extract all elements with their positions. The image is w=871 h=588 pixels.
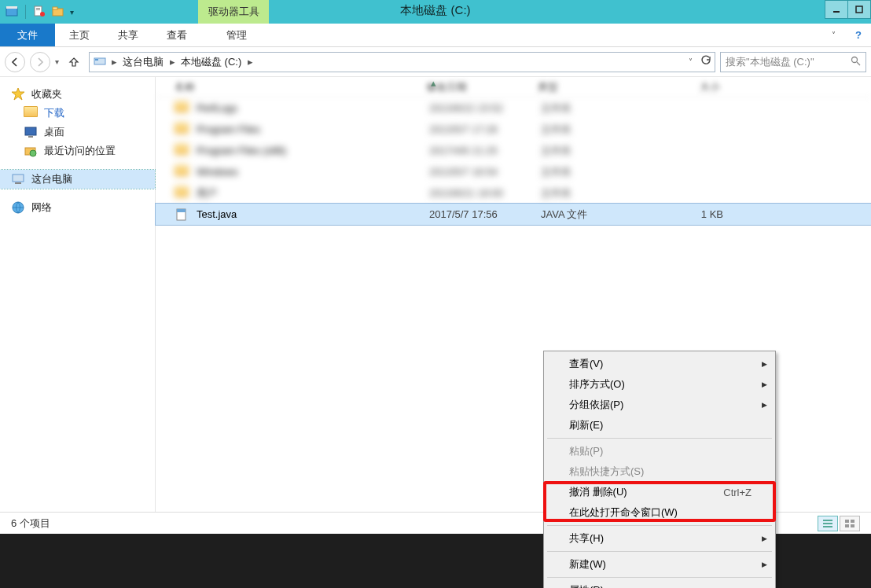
drive-icon bbox=[93, 53, 107, 70]
network-icon bbox=[11, 200, 25, 215]
cm-separator bbox=[547, 438, 772, 439]
back-button[interactable] bbox=[5, 52, 25, 72]
svg-point-5 bbox=[40, 12, 45, 17]
svg-rect-28 bbox=[845, 524, 849, 527]
navigation-row: ▾ ▸ 这台电脑 ▸ 本地磁盘 (C:) ▸ ˅ 搜索"本地磁盘 (C:)" bbox=[0, 47, 871, 77]
col-type[interactable]: 类型 bbox=[538, 80, 657, 94]
svg-point-12 bbox=[852, 57, 858, 62]
svg-rect-22 bbox=[177, 209, 186, 212]
cm-properties[interactable]: 属性(R) bbox=[546, 580, 774, 588]
details-view-button[interactable] bbox=[818, 516, 838, 531]
file-row[interactable]: Windows2013/5/7 16:54文件夹 bbox=[156, 161, 871, 182]
search-icon bbox=[851, 56, 861, 68]
file-row[interactable]: 用户2013/8/21 18:00文件夹 bbox=[156, 182, 871, 204]
minimize-button[interactable] bbox=[825, 0, 848, 19]
file-type: JAVA 文件 bbox=[541, 208, 660, 222]
file-row[interactable]: Program Files2013/5/7 17:28文件夹 bbox=[156, 119, 871, 140]
chevron-right-icon[interactable]: ▸ bbox=[110, 56, 118, 68]
breadcrumb-drive[interactable]: 本地磁盘 (C:) bbox=[179, 55, 243, 69]
cm-paste-shortcut: 粘贴快捷方式(S) bbox=[546, 461, 774, 482]
tab-home[interactable]: 主页 bbox=[55, 24, 104, 46]
ribbon-tabs: 文件 主页 共享 查看 管理 ˅ ? bbox=[0, 24, 871, 47]
nav-downloads[interactable]: 下载 bbox=[0, 104, 155, 123]
svg-rect-27 bbox=[851, 520, 854, 523]
address-bar[interactable]: ▸ 这台电脑 ▸ 本地磁盘 (C:) ▸ ˅ bbox=[89, 52, 715, 72]
drive-tools-tab[interactable]: 驱动器工具 bbox=[198, 0, 269, 24]
navigation-pane: 收藏夹 下载 桌面 最近访问的位置 这台电脑 网络 bbox=[0, 77, 156, 524]
desktop-icon bbox=[24, 125, 38, 139]
file-row[interactable]: PerfLogs2013/8/22 23:52文件夹 bbox=[156, 97, 871, 119]
cm-separator bbox=[547, 525, 772, 526]
tab-view[interactable]: 查看 bbox=[153, 24, 201, 46]
window-controls bbox=[825, 0, 871, 24]
properties-icon[interactable] bbox=[32, 5, 46, 19]
tab-share[interactable]: 共享 bbox=[104, 24, 153, 46]
qat-dropdown-icon[interactable]: ▾ bbox=[70, 8, 74, 17]
cm-share-with[interactable]: 共享(H) bbox=[546, 528, 774, 549]
icons-view-button[interactable] bbox=[840, 516, 860, 531]
tab-manage[interactable]: 管理 bbox=[212, 24, 261, 46]
file-date: 2017/5/7 17:56 bbox=[429, 208, 541, 220]
col-name[interactable]: 名称 bbox=[175, 80, 426, 94]
col-date[interactable]: 修改日期 bbox=[426, 80, 538, 94]
address-dropdown-icon[interactable]: ˅ bbox=[689, 57, 693, 66]
tab-file[interactable]: 文件 bbox=[0, 24, 55, 46]
nav-this-pc-label: 这台电脑 bbox=[31, 172, 72, 186]
context-menu: 查看(V) 排序方式(O) 分组依据(P) 刷新(E) 粘贴(P) 粘贴快捷方式… bbox=[543, 351, 776, 588]
svg-rect-8 bbox=[833, 11, 840, 13]
svg-rect-9 bbox=[856, 6, 862, 13]
cm-new[interactable]: 新建(W) bbox=[546, 554, 774, 575]
svg-rect-7 bbox=[53, 7, 57, 9]
cm-paste: 粘贴(P) bbox=[546, 441, 774, 461]
recent-places-icon bbox=[24, 144, 38, 158]
nav-this-pc[interactable]: 这台电脑 bbox=[0, 170, 155, 189]
star-icon bbox=[11, 87, 25, 101]
up-button[interactable] bbox=[64, 52, 84, 72]
search-input[interactable]: 搜索"本地磁盘 (C:)" bbox=[720, 52, 866, 72]
nav-desktop[interactable]: 桌面 bbox=[0, 123, 155, 141]
svg-rect-24 bbox=[823, 523, 832, 524]
titlebar: ▾ 驱动器工具 本地磁盘 (C:) bbox=[0, 0, 871, 24]
svg-rect-19 bbox=[15, 182, 21, 184]
forward-button[interactable] bbox=[30, 52, 50, 72]
history-dropdown-icon[interactable]: ▾ bbox=[55, 57, 59, 66]
item-count: 6 个项目 bbox=[11, 516, 50, 531]
cm-group[interactable]: 分组依据(P) bbox=[546, 395, 774, 415]
new-folder-icon[interactable] bbox=[51, 5, 65, 19]
col-size[interactable]: 大小 bbox=[657, 80, 720, 94]
svg-rect-1 bbox=[6, 6, 17, 9]
cm-undo-delete[interactable]: 撤消 删除(U)Ctrl+Z bbox=[546, 482, 774, 502]
svg-rect-14 bbox=[25, 127, 36, 135]
file-row-selected[interactable]: Test.java 2017/5/7 17:56 JAVA 文件 1 KB bbox=[156, 204, 871, 225]
downloads-folder-icon bbox=[24, 106, 38, 120]
refresh-icon[interactable] bbox=[700, 55, 711, 68]
svg-rect-25 bbox=[823, 526, 832, 527]
svg-rect-15 bbox=[28, 136, 33, 138]
cm-open-cmd-here[interactable]: 在此处打开命令窗口(W) bbox=[546, 502, 774, 523]
column-headers[interactable]: 名称 修改日期 类型 大小 bbox=[156, 77, 871, 97]
file-list: PerfLogs2013/8/22 23:52文件夹 Program Files… bbox=[156, 97, 871, 225]
cm-undo-shortcut: Ctrl+Z bbox=[723, 487, 752, 498]
file-name: Test.java bbox=[197, 208, 429, 220]
svg-rect-11 bbox=[95, 59, 98, 61]
explorer-icon bbox=[5, 5, 19, 19]
java-file-icon bbox=[175, 208, 189, 222]
help-button[interactable]: ? bbox=[846, 24, 871, 46]
search-placeholder: 搜索"本地磁盘 (C:)" bbox=[726, 55, 814, 69]
file-row[interactable]: Program Files (x86)2017/4/6 21:25文件夹 bbox=[156, 140, 871, 161]
chevron-right-icon[interactable]: ▸ bbox=[168, 56, 176, 68]
svg-rect-4 bbox=[36, 9, 40, 10]
nav-recent[interactable]: 最近访问的位置 bbox=[0, 141, 155, 160]
nav-favorites[interactable]: 收藏夹 bbox=[0, 85, 155, 104]
ribbon-collapse-button[interactable]: ˅ bbox=[821, 24, 846, 46]
cm-view[interactable]: 查看(V) bbox=[546, 354, 774, 374]
nav-network[interactable]: 网络 bbox=[0, 198, 155, 217]
cm-sort[interactable]: 排序方式(O) bbox=[546, 374, 774, 395]
cm-separator bbox=[547, 551, 772, 552]
cm-refresh[interactable]: 刷新(E) bbox=[546, 415, 774, 435]
svg-line-13 bbox=[857, 62, 860, 65]
breadcrumb-this-pc[interactable]: 这台电脑 bbox=[121, 55, 165, 69]
chevron-right-icon[interactable]: ▸ bbox=[246, 56, 254, 68]
maximize-button[interactable] bbox=[847, 0, 871, 19]
svg-point-17 bbox=[30, 150, 36, 156]
